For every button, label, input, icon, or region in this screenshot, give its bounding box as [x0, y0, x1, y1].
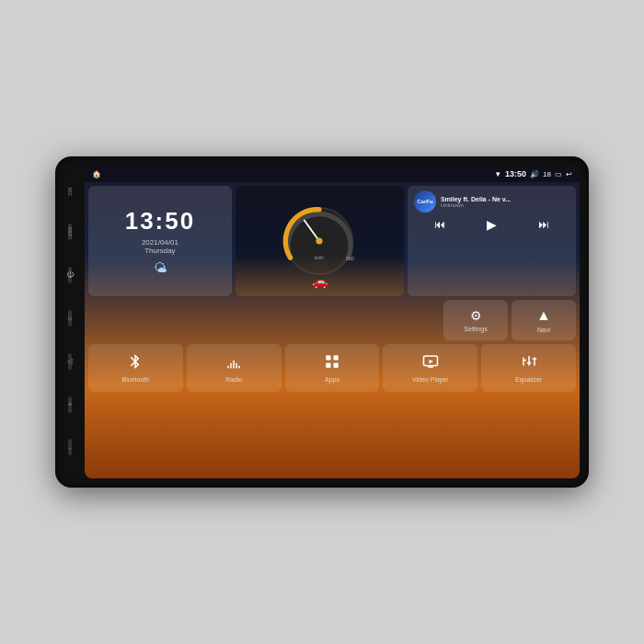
navi-button[interactable]: ▲ Navi [512, 300, 576, 340]
equalizer-button[interactable]: Equalizer [481, 344, 576, 392]
nav-side-button[interactable]: ◁ [68, 353, 72, 370]
status-left: 🏠 [92, 170, 101, 178]
svg-rect-9 [236, 363, 237, 369]
music-info: Smiley ft. Delia - Ne v... Unknown [441, 196, 569, 208]
wifi-icon: ▼ [494, 170, 501, 178]
battery-level: 18 [543, 170, 551, 178]
apps-button[interactable]: Apps [285, 344, 380, 392]
main-content: 13:50 2021/04/01 Thursday 🌤 [85, 182, 580, 478]
status-bar: 🏠 ▼ 13:50 🔊 18 ▭ ↩ [85, 166, 580, 182]
svg-point-2 [316, 237, 323, 244]
rst-button[interactable]: RST [68, 224, 72, 240]
music-title: Smiley ft. Delia - Ne v... [441, 196, 569, 202]
main-screen: 🏠 ▼ 13:50 🔊 18 ▭ ↩ 13:50 2021/04/01 Thur… [85, 166, 580, 478]
music-artist: Unknown [441, 202, 569, 208]
music-logo: CarFu [414, 190, 436, 213]
svg-rect-17 [428, 366, 433, 368]
top-row: 13:50 2021/04/01 Thursday 🌤 [88, 186, 576, 296]
clock-widget: 13:50 2021/04/01 Thursday 🌤 [88, 186, 232, 296]
settings-label: Settings [464, 326, 487, 332]
weather-icon: 🌤 [154, 260, 167, 275]
bluetooth-icon [127, 353, 144, 374]
apps-label: Apps [325, 376, 339, 383]
clock-time: 13:50 [125, 207, 196, 236]
svg-rect-12 [333, 355, 338, 360]
right-panel: CarFu Smiley ft. Delia - Ne v... Unknown… [408, 186, 576, 296]
svg-rect-6 [227, 366, 229, 369]
bottom-app-row: Bluetooth Radio [88, 344, 576, 392]
navi-icon: ▲ [536, 307, 551, 324]
prev-button[interactable]: ⏮ [434, 218, 445, 231]
svg-rect-8 [233, 361, 235, 369]
rst-label: RST [67, 227, 73, 236]
car-head-unit: MIC RST ⏻ ⌂ ◁ + - 🏠 ▼ 13:50 🔊 [55, 156, 589, 488]
video-player-icon [422, 353, 439, 374]
middle-row: ⚙ Settings ▲ Navi [88, 300, 576, 340]
home-side-button[interactable]: ⌂ [68, 310, 72, 327]
svg-rect-14 [333, 363, 338, 368]
back-icon: ↩ [566, 170, 572, 178]
settings-icon: ⚙ [470, 308, 482, 323]
svg-rect-7 [230, 363, 232, 369]
radio-icon [225, 353, 242, 374]
bluetooth-button[interactable]: Bluetooth [88, 344, 183, 392]
screen-icon: ▭ [555, 170, 562, 178]
settings-button[interactable]: ⚙ Settings [443, 300, 508, 340]
radio-button[interactable]: Radio [187, 344, 282, 392]
navi-label: Navi [537, 327, 550, 333]
music-top: CarFu Smiley ft. Delia - Ne v... Unknown [414, 190, 569, 213]
play-button[interactable]: ▶ [487, 217, 497, 232]
clock-date: 2021/04/01 [142, 238, 178, 247]
next-button[interactable]: ⏭ [538, 218, 549, 231]
vol-down-button[interactable]: - [68, 439, 72, 455]
home-icon: 🏠 [92, 170, 101, 178]
video-player-label: Video Player [412, 376, 449, 383]
music-widget[interactable]: CarFu Smiley ft. Delia - Ne v... Unknown… [408, 186, 576, 296]
clock-day: Thursday [144, 247, 175, 255]
status-right: ▼ 13:50 🔊 18 ▭ ↩ [494, 169, 572, 178]
power-button[interactable]: ⏻ [68, 267, 72, 283]
equalizer-label: Equalizer [515, 376, 542, 383]
status-time: 13:50 [505, 169, 526, 178]
side-buttons: MIC RST ⏻ ⌂ ◁ + - [61, 156, 79, 488]
music-controls: ⏮ ▶ ⏭ [414, 217, 569, 232]
video-player-button[interactable]: Video Player [383, 344, 477, 392]
svg-rect-11 [326, 355, 330, 360]
volume-icon: 🔊 [530, 170, 539, 178]
vol-up-button[interactable]: + [68, 397, 72, 413]
speedometer-widget: 0 200 km/h 🚗 [236, 186, 404, 296]
car-icon: 🚗 [312, 274, 328, 289]
equalizer-icon [521, 353, 537, 374]
bluetooth-label: Bluetooth [122, 376, 150, 383]
mic-label: MIC [67, 188, 73, 196]
svg-marker-16 [429, 360, 433, 364]
svg-rect-13 [326, 363, 330, 368]
radio-label: Radio [225, 376, 242, 383]
apps-icon [324, 353, 340, 374]
svg-rect-10 [238, 366, 240, 369]
